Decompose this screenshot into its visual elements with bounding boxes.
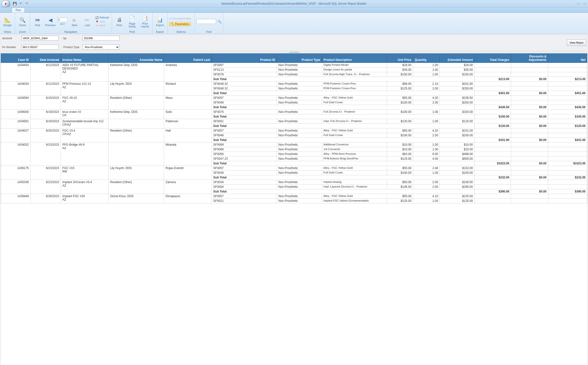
cell-case: 1434034	[1, 82, 31, 96]
group-options-label: Options	[168, 30, 195, 34]
cell-ptype: Non-Prosthetic	[277, 152, 322, 156]
export-button[interactable]: 📊Export	[154, 14, 166, 29]
subtotal-net: $100.00	[548, 114, 587, 119]
cell-net	[548, 128, 587, 133]
cell-case: 1435848	[1, 194, 31, 203]
subtotal-label: Sub Total	[212, 138, 474, 142]
subtotal-disc: $0.00	[511, 189, 548, 194]
zoom-icon: 🔍	[19, 17, 26, 23]
cell-uprice: $150.00	[387, 72, 413, 77]
cell-qty: 1.00	[413, 63, 440, 68]
page-setup-button[interactable]: 📄Page Setup	[126, 14, 138, 29]
cell-qty: 2.00	[413, 86, 440, 91]
cell-ptype: Non-Prosthetic	[277, 199, 322, 203]
cell-patient: Zamora	[164, 180, 212, 194]
cell-disc	[511, 68, 548, 72]
design-button[interactable]: 📐 Design	[1, 14, 13, 29]
cell-patient: Patterson	[164, 119, 212, 128]
maximize-icon[interactable]: ▭	[583, 2, 586, 5]
back-button[interactable]: ⬅Back	[95, 24, 106, 27]
minimize-icon[interactable]: —	[577, 2, 580, 5]
cell-qty: 1.00	[413, 72, 440, 77]
subtotal-total: $451.60	[475, 91, 511, 96]
zoom-button[interactable]: 🔍 Zoom	[17, 14, 28, 29]
previous-button[interactable]: ◀Previous	[44, 14, 56, 29]
doctorid-label: doctorid	[2, 37, 20, 40]
cell-prodid: SF0057	[212, 194, 277, 199]
cell-ptype: Non-Prosthetic	[277, 180, 322, 185]
cell-disc	[511, 152, 548, 156]
cell-ext: $250.00	[440, 86, 475, 91]
view-report-button[interactable]: View Repor	[567, 39, 586, 46]
last-button[interactable]: ⏭Last	[81, 14, 93, 29]
report-viewer[interactable]: Case ID Date Invoiced Invoice Notes Asso…	[0, 53, 588, 365]
cell-pdesc: PFM Posterior Crown-Prec.	[322, 86, 387, 91]
first-button[interactable]: ⏮First	[32, 14, 43, 29]
app-orb-button[interactable]: ◐	[1, 0, 10, 7]
table-row: 14345816/19/2023Screwmentable bruxall im…	[1, 119, 587, 124]
save-icon[interactable]: 💾	[13, 2, 17, 6]
subtotal-total: $100.00	[475, 114, 511, 119]
cell-total	[475, 152, 511, 156]
cell-prodid: SF0001	[212, 119, 277, 124]
cell-ptype: Non-Prosthetic	[277, 156, 322, 161]
cell-prodid: SF0021	[212, 199, 277, 203]
cell-qty: 4.10	[413, 194, 440, 199]
cell-case: 1434032	[1, 142, 31, 166]
cell-total	[475, 199, 511, 203]
splitter[interactable]	[0, 51, 588, 53]
cell-net	[548, 82, 587, 86]
ribbon-tabs: Run	[0, 7, 588, 13]
cell-qty: 4.00	[413, 156, 440, 161]
col-notes: Invoice Notes	[61, 54, 108, 63]
cell-ptype: Non-Prosthetic	[277, 166, 322, 171]
bp-input[interactable]	[83, 36, 120, 41]
cell-uprice: $125.00	[387, 86, 413, 91]
cell-prodid: SF0056	[212, 152, 277, 156]
cell-prodid: SF0113	[212, 68, 277, 72]
cell-net	[548, 180, 587, 185]
stop-button[interactable]: ✖Stop	[95, 20, 105, 23]
cell-patient: Andrews	[164, 63, 212, 82]
parameters-button[interactable]: 🔧Parameters	[169, 22, 191, 26]
find-icon[interactable]: 🔍	[218, 20, 221, 23]
subtotal-disc: $0.00	[511, 161, 548, 166]
cell-total	[475, 119, 511, 124]
po-input[interactable]	[21, 45, 58, 50]
parameter-bar: doctorid bp Po Number Product TypeNon-Pr…	[0, 35, 588, 51]
cell-net	[548, 133, 587, 138]
cell-ext: $150.00	[440, 72, 475, 77]
cell-prodid: SF0046	[212, 100, 277, 105]
cell-total	[475, 96, 511, 100]
doctorid-input[interactable]	[21, 36, 58, 41]
next-button[interactable]: ▶Next	[69, 14, 80, 29]
find-input[interactable]	[196, 19, 216, 24]
cell-ext: $15.00	[440, 147, 475, 152]
subtotal-total: $1023.00	[475, 161, 511, 166]
ptype-select[interactable]: Non-Prosthetic	[83, 45, 120, 50]
next-icon: ▶	[71, 17, 78, 23]
undo-icon[interactable]: ↶	[19, 2, 23, 6]
cell-qty: 2.00	[413, 185, 440, 189]
cell-pdesc: Alloy - FGC-Yellow Gold	[322, 166, 387, 171]
cell-disc	[511, 128, 548, 133]
tab-run[interactable]: Run	[12, 8, 25, 13]
redo-icon[interactable]: ↷	[25, 2, 29, 6]
cell-prodid: SF0069	[212, 142, 277, 147]
cell-prodid: SF0057	[212, 128, 277, 133]
document-map-button[interactable]: 🗂Document Map	[169, 17, 191, 20]
cell-date: 6/23/2023	[30, 180, 61, 194]
cell-qty: 2.40	[413, 166, 440, 171]
page-input[interactable]	[57, 17, 68, 22]
cell-ptype: Non-Prosthetic	[277, 68, 322, 72]
cell-assoc: Resident (Other)	[109, 180, 164, 194]
print-button[interactable]: 🖨Print	[113, 14, 125, 29]
cell-qty: 2.00	[413, 133, 440, 138]
cell-ptype: Non-Prosthetic	[277, 110, 322, 114]
subtotal-disc: $0.00	[511, 124, 548, 128]
print-layout-button[interactable]: 📑Print Layout	[139, 14, 151, 29]
refresh-button[interactable]: 🔄Refresh	[95, 16, 109, 19]
cell-prodid: SF0048.32	[212, 86, 277, 91]
cell-case: 1436000	[1, 110, 31, 119]
subtotal-total: $431.00	[475, 138, 511, 142]
